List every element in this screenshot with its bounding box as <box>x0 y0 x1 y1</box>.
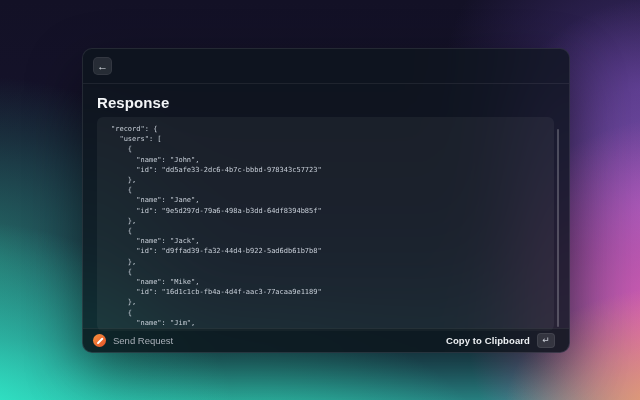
code-line: }, <box>111 257 544 267</box>
code-line: "name": "John", <box>111 155 544 165</box>
code-line: { <box>111 144 544 154</box>
code-line: "name": "Jack", <box>111 236 544 246</box>
code-line: "record": { <box>111 124 544 134</box>
panel-footer: Send Request Copy to Clipboard ↵ <box>83 328 569 352</box>
send-request-icon <box>93 334 106 347</box>
back-arrow-icon: ← <box>97 60 108 72</box>
back-button[interactable]: ← <box>93 57 112 75</box>
send-request-button[interactable]: Send Request <box>93 334 173 347</box>
response-panel: ← Response "record": { "users": [ { "nam… <box>82 48 570 353</box>
code-line: }, <box>111 216 544 226</box>
send-request-label: Send Request <box>113 335 173 346</box>
code-line: "id": "dd5afe33-2dc6-4b7c-bbbd-978343c57… <box>111 165 544 175</box>
code-line: }, <box>111 175 544 185</box>
code-line: "id": "16d1c1cb-fb4a-4d4f-aac3-77acaa9e1… <box>111 287 544 297</box>
panel-header: ← <box>83 49 569 84</box>
code-line: "id": "9e5d297d-79a6-498a-b3dd-64df8394b… <box>111 206 544 216</box>
code-line: { <box>111 308 544 318</box>
slash-glyph <box>96 337 103 344</box>
return-key-icon: ↵ <box>537 333 555 348</box>
code-line: }, <box>111 297 544 307</box>
code-scrollbar[interactable] <box>557 129 559 327</box>
code-line: { <box>111 226 544 236</box>
copy-to-clipboard-button[interactable]: Copy to Clipboard ↵ <box>446 333 555 348</box>
page-title: Response <box>97 94 569 111</box>
code-line: "name": "Jane", <box>111 195 544 205</box>
code-line: { <box>111 267 544 277</box>
code-line: { <box>111 185 544 195</box>
code-line: "users": [ <box>111 134 544 144</box>
code-line: "id": "d9ffad39-fa32-44d4-b922-5ad6db61b… <box>111 246 544 256</box>
copy-to-clipboard-label: Copy to Clipboard <box>446 335 530 346</box>
code-line: "name": "Jim", <box>111 318 544 328</box>
code-line: "name": "Mike", <box>111 277 544 287</box>
response-code-block: "record": { "users": [ { "name": "John",… <box>97 117 554 331</box>
